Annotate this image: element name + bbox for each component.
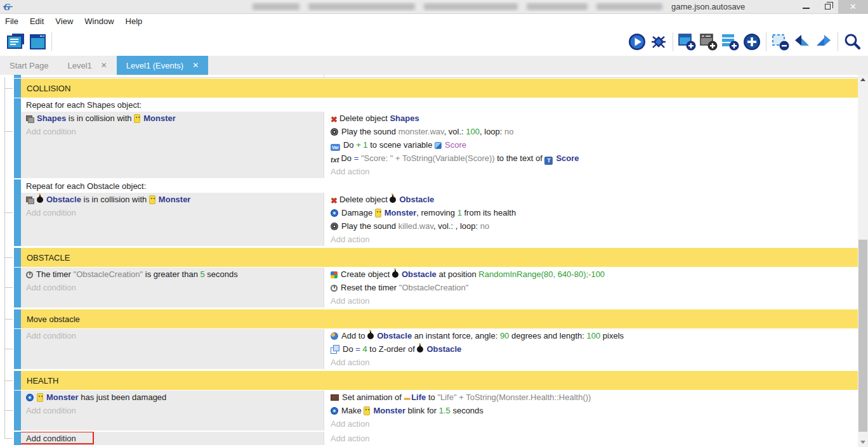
group-title-band[interactable]: COLLISION: [21, 79, 858, 98]
add-comment-button[interactable]: [720, 31, 741, 53]
condition-line[interactable]: Monster has just been damaged: [21, 391, 324, 404]
add-event-button[interactable]: [676, 31, 698, 53]
action-line[interactable]: ✖Delete object Shapes: [327, 112, 858, 125]
event-drag-handle[interactable]: [14, 391, 21, 431]
add-condition-button[interactable]: Add condition: [21, 206, 324, 219]
condition-line[interactable]: Shapes is in collision with Monster: [21, 112, 324, 125]
text-token: to the text of: [495, 153, 545, 163]
event-main: The timer "ObstacleCreation" is greater …: [21, 268, 858, 308]
add-action-button[interactable]: Add action: [327, 356, 858, 369]
event-drag-handle[interactable]: [14, 75, 21, 78]
event-drag-handle[interactable]: [14, 79, 21, 98]
add-action-button[interactable]: Add action: [327, 417, 858, 431]
event-repeat-header[interactable]: Repeat for each Obstacle object:: [21, 179, 858, 193]
event-repeat-header[interactable]: Repeat for each Shapes object:: [21, 98, 858, 112]
scroll-up-icon[interactable]: [858, 75, 868, 84]
text-token: Do: [343, 344, 355, 354]
add-action-button[interactable]: Add action: [327, 432, 858, 445]
text-token: Create object: [341, 269, 392, 279]
text-token: to Z-order of: [367, 344, 418, 354]
menu-help[interactable]: Help: [126, 16, 149, 26]
add-new-button[interactable]: [741, 31, 763, 53]
event-sheet-icon[interactable]: [5, 31, 27, 53]
event-drag-handle[interactable]: [14, 371, 21, 390]
condition-line[interactable]: The timer "ObstacleCreation" is greater …: [21, 268, 324, 281]
event-drag-handle[interactable]: [14, 98, 21, 178]
add-condition-button[interactable]: Add condition: [21, 404, 324, 417]
action-line[interactable]: Add to Obstacle an instant force, angle:…: [327, 329, 858, 342]
action-line[interactable]: txtDo = "Score: " + ToString(Variable(Sc…: [327, 152, 858, 165]
add-condition-button[interactable]: Add condition: [21, 432, 324, 445]
scene-editor-icon[interactable]: [27, 31, 48, 53]
event-group-header[interactable]: COLLISION: [14, 79, 858, 98]
text-token: Do: [341, 153, 353, 163]
add-sub-event-button[interactable]: [698, 31, 720, 53]
event-drag-handle[interactable]: [14, 329, 21, 369]
action-line[interactable]: Damage Monster, removing 1 from its heal…: [327, 206, 858, 219]
add-condition-button[interactable]: Add condition: [21, 329, 324, 342]
event-drag-handle[interactable]: [14, 432, 21, 445]
tab-level1-events[interactable]: Level1 (Events) ✕: [117, 56, 208, 75]
tab-close-icon[interactable]: ✕: [192, 61, 199, 70]
add-action-button[interactable]: Add action: [327, 233, 858, 246]
menu-file[interactable]: File: [5, 16, 25, 26]
sound-icon: [331, 128, 338, 136]
group-title-band[interactable]: Move obstacle: [21, 309, 858, 328]
group-title-band[interactable]: HEALTH: [21, 371, 858, 390]
event-group-header[interactable]: OBSTACLE: [14, 248, 858, 267]
tab-level1[interactable]: Level1 ✕: [58, 56, 116, 75]
debug-button[interactable]: [648, 31, 669, 53]
action-line[interactable]: Play the sound monster.wav, vol.: 100, l…: [327, 125, 858, 138]
event-row[interactable]: Add conditionAdd to Obstacle an instant …: [14, 329, 858, 370]
action-line[interactable]: Create object Obstacle at position Rando…: [327, 268, 858, 281]
event-drag-handle[interactable]: [14, 309, 21, 328]
event-drag-handle[interactable]: [14, 248, 21, 267]
event-drag-handle[interactable]: [14, 268, 21, 308]
text-token: seconds: [450, 406, 483, 415]
menu-edit[interactable]: Edit: [30, 16, 50, 26]
vertical-scrollbar[interactable]: [858, 75, 868, 447]
event-body: Add conditionAdd to Obstacle an instant …: [21, 329, 858, 369]
action-line[interactable]: Do = 4 to Z-order of Obstacle: [327, 342, 858, 356]
remove-selection-button[interactable]: [770, 31, 791, 53]
redacted-title-segment: [308, 3, 415, 10]
undo-button[interactable]: [791, 31, 813, 53]
preview-button[interactable]: [626, 31, 648, 53]
event-row[interactable]: Monster has just been damagedAdd conditi…: [14, 391, 858, 432]
event-group-header[interactable]: Move obstacle: [14, 309, 858, 328]
text-token: "ObstacleCreation": [399, 283, 469, 292]
event-group-header[interactable]: HEALTH: [14, 371, 858, 390]
create-object-icon: [331, 271, 338, 278]
text-token: blink for: [405, 406, 439, 415]
action-line[interactable]: Reset the timer "ObstacleCreation": [327, 281, 858, 294]
menu-view[interactable]: View: [55, 16, 79, 26]
tab-start-page[interactable]: Start Page: [0, 56, 58, 75]
tab-close-icon[interactable]: ✕: [101, 61, 107, 70]
text-token: "ObstacleCreation": [74, 269, 143, 279]
minimize-button[interactable]: [795, 0, 817, 14]
action-line[interactable]: VarDo + 1 to scene variable Score: [327, 138, 858, 152]
add-action-button[interactable]: Add action: [327, 165, 858, 178]
action-line[interactable]: ✖Delete object Obstacle: [327, 193, 858, 206]
redo-button[interactable]: [813, 31, 834, 53]
add-condition-button[interactable]: Add condition: [21, 281, 324, 294]
event-row[interactable]: Repeat for each Shapes object:Shapes is …: [14, 98, 858, 179]
event-row[interactable]: The timer "ObstacleCreation" is greater …: [14, 268, 858, 309]
scroll-down-icon[interactable]: [858, 437, 868, 447]
search-button[interactable]: [841, 31, 863, 53]
scrollbar-thumb[interactable]: [858, 240, 867, 432]
condition-line[interactable]: Obstacle is in collision with Monster: [21, 193, 324, 206]
menu-window[interactable]: Window: [84, 16, 120, 26]
event-row[interactable]: Repeat for each Obstacle object:Obstacle…: [14, 179, 858, 247]
add-action-button[interactable]: Add action: [327, 294, 858, 308]
event-main: Add conditionAdd action: [21, 432, 858, 445]
action-line[interactable]: Set animation of •••Life to "Life" + ToS…: [327, 391, 858, 404]
add-condition-button[interactable]: Add condition: [21, 125, 324, 138]
action-line[interactable]: Play the sound killed.wav, vol.: , loop:…: [327, 219, 858, 233]
action-line[interactable]: Make Monster blink for 1.5 seconds: [327, 404, 858, 417]
group-title-band[interactable]: OBSTACLE: [21, 248, 858, 267]
event-drag-handle[interactable]: [14, 179, 21, 246]
close-button[interactable]: ✕: [838, 0, 868, 14]
restore-button[interactable]: [817, 0, 838, 14]
event-row[interactable]: Add conditionAdd action: [14, 432, 858, 446]
